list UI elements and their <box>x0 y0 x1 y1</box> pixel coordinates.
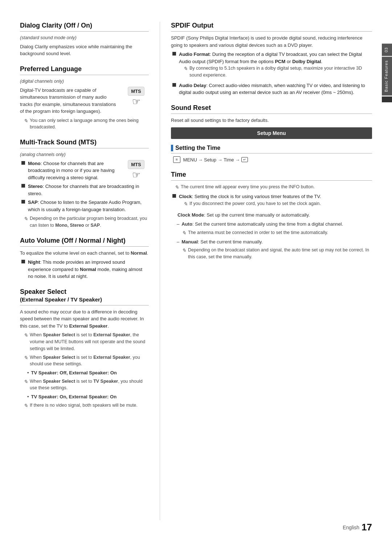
chapter-number: 03 <box>382 44 392 56</box>
menu-icon: ≡ <box>173 156 180 163</box>
menu-navigation: ≡ MENU → Setup → Time → ↵ <box>171 156 372 163</box>
auto-volume-bullets: Night: This mode provides an improved so… <box>20 259 149 280</box>
note-icon-7: ✎ <box>183 65 188 73</box>
speaker-select-tip2: ✎ When Speaker Select is set to External… <box>20 354 149 368</box>
speaker-select-tip1: ✎ When Speaker Select is set to External… <box>20 332 149 352</box>
note-icon-5: ✎ <box>24 378 28 386</box>
speaker-select-dot1: TV Speaker: Off, External Speaker: On <box>20 369 149 377</box>
setting-time-section: Setting the Time <box>171 145 372 153</box>
bullet-icon <box>172 52 176 56</box>
dialog-clarity-body: Dialog Clarity emphasizes voice while ma… <box>20 43 149 57</box>
multi-track-note: (analog channels only) <box>20 151 149 158</box>
speaker-select-dot2: TV Speaker: On, External Speaker: On <box>20 393 149 401</box>
speaker-select-tip3: ✎ When Speaker Select is set to TV Speak… <box>20 378 149 392</box>
right-column: SPDIF Output SPDIF (Sony Philips Digital… <box>160 22 392 520</box>
setup-menu-button: Setup Menu <box>171 127 372 139</box>
page-footer: English 17 <box>343 522 372 533</box>
blue-accent-bar <box>171 145 173 151</box>
sound-reset-body: Reset all sound settings to the factory … <box>171 117 372 124</box>
chapter-label: Basic Features <box>382 57 392 95</box>
dialog-clarity-title: Dialog Clarity (Off / On) <box>20 22 149 32</box>
list-item: Mono: Choose for channels that are broad… <box>20 160 120 181</box>
bullet-icon <box>21 260 25 263</box>
bullet-icon <box>172 83 176 87</box>
note-icon-6: ✎ <box>24 402 28 410</box>
multi-track-mts: MTS ☞ <box>123 160 149 180</box>
time-tip1: ✎ The current time will appear every tim… <box>171 184 372 191</box>
speaker-select-title: Speaker Select (External Speaker / TV Sp… <box>20 288 149 305</box>
note-icon-9: ✎ <box>183 200 188 208</box>
multi-track-tip: ✎ Depending on the particular program be… <box>20 215 149 229</box>
spdif-body: SPDIF (Sony Philips Digital Interface) i… <box>171 34 372 49</box>
manual-item: Manual: Set the current time manually. <box>171 238 372 246</box>
hand-icon-1: ☞ <box>123 97 149 106</box>
spdif-bullets: Audio Format: During the reception of a … <box>171 51 372 96</box>
auto-volume-title: Auto Volume (Off / Normal / Night) <box>20 237 149 247</box>
note-icon-3: ✎ <box>24 332 28 339</box>
mts-label-2: MTS <box>128 160 144 169</box>
footer-page-number: 17 <box>362 522 372 533</box>
spdif-title: SPDIF Output <box>171 22 372 32</box>
note-icon-1: ✎ <box>24 117 28 125</box>
footer-language: English <box>343 525 359 530</box>
clock-sub-note: ✎ If you disconnect the power cord, you … <box>172 200 321 208</box>
auto-tip: ✎ The antenna must be connected in order… <box>171 229 372 237</box>
list-item: Night: This mode provides an improved so… <box>20 259 149 280</box>
bullet-icon <box>172 194 176 198</box>
manual-tip: ✎ Depending on the broadcast station and… <box>171 247 372 260</box>
list-item: Audio Delay: Correct audio-video mismatc… <box>171 82 372 96</box>
dialog-clarity-note: (standard sound mode only) <box>20 34 149 41</box>
note-icon-8: ✎ <box>175 184 179 191</box>
auto-volume-body: To equalize the volume level on each cha… <box>20 250 149 257</box>
bullet-icon <box>21 161 25 165</box>
multi-track-content: MTS ☞ Mono: Choose for channels that are… <box>20 160 149 215</box>
left-column: Dialog Clarity (Off / On) (standard soun… <box>0 22 160 520</box>
spdif-sub-note1: ✎ By connecting to 5.1ch speakers in a d… <box>172 65 372 79</box>
speaker-select-body: A sound echo may occur due to a differen… <box>20 308 149 330</box>
enter-icon: ↵ <box>241 157 248 162</box>
speaker-select-tip4: ✎ If there is no video signal, both spea… <box>20 402 149 410</box>
note-icon-10: ✎ <box>182 229 186 237</box>
side-tab-block <box>382 97 392 102</box>
bullet-icon <box>21 184 25 188</box>
auto-item: Auto: Set the current time automatically… <box>171 221 372 228</box>
time-title: Time <box>171 171 372 181</box>
list-item: Stereo: Choose for channels that are bro… <box>20 183 149 197</box>
bullet-icon <box>21 200 25 204</box>
hand-icon-2: ☞ <box>123 170 149 180</box>
note-icon-4: ✎ <box>24 354 28 362</box>
time-bullets: Clock: Setting the clock is for using va… <box>171 193 372 209</box>
sound-reset-title: Sound Reset <box>171 104 372 114</box>
multi-track-title: Multi-Track Sound (MTS) <box>20 139 149 148</box>
preferred-language-tip: ✎ You can only select a language among t… <box>20 117 149 131</box>
list-item: Clock: Setting the clock is for using va… <box>171 193 372 209</box>
preferred-language-content: MTS ☞ Digital-TV broadcasts are capable … <box>20 87 149 117</box>
preferred-language-note: (digital channels only) <box>20 78 149 85</box>
list-item: SAP: Choose to listen to the Separate Au… <box>20 199 149 213</box>
note-icon-11: ✎ <box>182 247 186 254</box>
mts-label-1: MTS <box>128 87 144 96</box>
list-item: Audio Format: During the reception of a … <box>171 51 372 80</box>
clock-mode-text: Clock Mode: Set up the current time manu… <box>171 212 372 219</box>
preferred-language-mts: MTS ☞ <box>123 87 149 106</box>
note-icon-2: ✎ <box>24 215 28 223</box>
chapter-tab: 03 Basic Features <box>382 44 392 102</box>
preferred-language-title: Preferred Language <box>20 65 149 75</box>
